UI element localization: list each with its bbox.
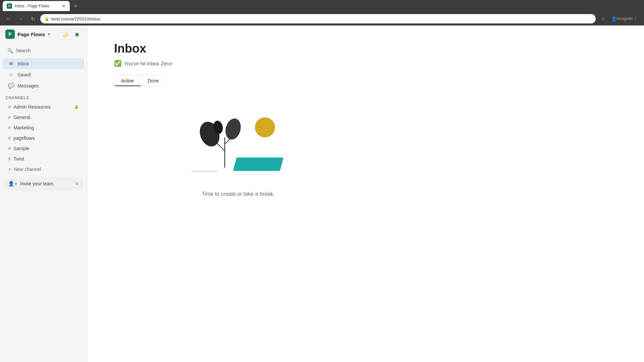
inbox-title: Inbox: [114, 42, 362, 56]
search-section: 🔍 Search: [0, 43, 87, 58]
invite-icon: 👤+: [8, 181, 17, 187]
channel-name-admin: Admin Resources: [13, 104, 71, 110]
nav-item-messages-label: Messages: [17, 83, 39, 88]
search-label: Search: [16, 48, 31, 53]
sidebar: P Page Flows ▾ 🌙 ▣ 🔍 Search ✉ Inbox: [0, 25, 87, 362]
workspace-selector[interactable]: P Page Flows ▾: [5, 29, 50, 39]
channel-name-pageflows: pageflows: [13, 135, 79, 141]
channel-admin-resources[interactable]: # Admin Resources 🔒: [3, 102, 84, 112]
messages-icon: 💬: [8, 83, 14, 89]
tab-favicon: P: [7, 3, 12, 9]
main-content: Inbox ✅ You've hit Inbox Zero! Active Do…: [87, 25, 644, 362]
channel-hash-icon: #: [8, 114, 11, 120]
inbox-tagline: Time to create or take a break.: [202, 191, 274, 197]
tab-close-button[interactable]: ✕: [62, 3, 66, 9]
nav-item-inbox[interactable]: ✉ Inbox: [3, 58, 84, 69]
channel-name-twist: Twist: [13, 156, 79, 162]
incognito-label: Incognito: [620, 14, 629, 23]
invite-team-banner: 👤+ Invite your team ✕: [4, 177, 83, 190]
teal-shape-decoration: [233, 158, 284, 171]
channels-section-header: Channels: [0, 92, 87, 102]
inbox-zero-illustration: [184, 111, 292, 178]
workspace-name: Page Flows: [17, 32, 45, 37]
channel-general[interactable]: # General: [3, 112, 84, 122]
channel-name-marketing: Marketing: [13, 125, 79, 130]
channel-hash-icon: #: [8, 135, 11, 141]
nav-item-inbox-label: Inbox: [17, 61, 29, 66]
lock-icon: 🔒: [44, 16, 49, 21]
browser-toolbar: ← → ↻ 🔒 twist.com/a/225310/inbox ☆ 👤 Inc…: [0, 12, 644, 25]
illustration-area: Time to create or take a break.: [114, 97, 362, 210]
workspace-avatar: P: [5, 29, 15, 39]
lock-icon-admin: 🔒: [74, 105, 79, 109]
search-button[interactable]: 🔍 Search: [4, 46, 83, 55]
inbox-zero-message: ✅ You've hit Inbox Zero!: [114, 60, 362, 67]
tab-active[interactable]: Active: [114, 75, 141, 86]
inbox-icon: ✉: [8, 61, 14, 67]
nav-items: ✉ Inbox ☆ Saved 💬 Messages: [0, 58, 87, 92]
theme-toggle-button[interactable]: 🌙: [60, 29, 69, 39]
reload-button[interactable]: ↻: [28, 14, 38, 23]
check-circle-icon: ✅: [114, 60, 121, 67]
new-tab-button[interactable]: +: [71, 1, 80, 11]
channel-name-sample: Sample: [13, 146, 79, 151]
search-icon: 🔍: [7, 48, 13, 53]
bookmark-button[interactable]: ☆: [598, 14, 608, 23]
channel-hash-icon: #: [8, 104, 11, 110]
channel-twist[interactable]: # Twist: [3, 154, 84, 164]
add-channel-icon: +: [8, 166, 11, 172]
app: P Page Flows ▾ 🌙 ▣ 🔍 Search ✉ Inbox: [0, 25, 644, 362]
channel-hash-icon: #: [8, 145, 11, 151]
menu-button[interactable]: ⋮: [631, 14, 640, 23]
browser-chrome: P Inbox - Page Flows ✕ + ← → ↻ 🔒 twist.c…: [0, 0, 644, 25]
inbox-zero-text: You've hit Inbox Zero!: [124, 61, 172, 66]
invite-close-button[interactable]: ✕: [75, 181, 79, 186]
new-channel-button[interactable]: + New channel: [3, 164, 84, 174]
address-bar[interactable]: 🔒 twist.com/a/225310/inbox: [40, 14, 596, 23]
new-channel-label: New channel: [14, 167, 41, 172]
gold-circle-decoration: [255, 117, 275, 137]
inbox-content: Inbox ✅ You've hit Inbox Zero! Active Do…: [87, 25, 389, 227]
channel-hash-icon: #: [8, 156, 11, 162]
forward-button[interactable]: →: [16, 14, 25, 23]
saved-icon: ☆: [8, 72, 14, 78]
sidebar-header: P Page Flows ▾ 🌙 ▣: [0, 25, 87, 43]
header-icons: 🌙 ▣: [60, 29, 82, 39]
channel-pageflows[interactable]: # pageflows: [3, 133, 84, 143]
nav-item-saved-label: Saved: [17, 72, 31, 77]
back-button[interactable]: ←: [4, 14, 13, 23]
workspace-chevron-icon: ▾: [48, 32, 50, 37]
toolbar-actions: ☆ 👤 Incognito ⋮: [598, 14, 640, 23]
address-text: twist.com/a/225310/inbox: [51, 16, 101, 21]
channel-sample[interactable]: # Sample: [3, 143, 84, 153]
channel-marketing[interactable]: # Marketing: [3, 123, 84, 132]
nav-item-saved[interactable]: ☆ Saved: [3, 69, 84, 80]
invite-text[interactable]: Invite your team: [20, 181, 72, 186]
nav-item-messages[interactable]: 💬 Messages: [3, 80, 84, 91]
svg-point-4: [223, 117, 243, 141]
base-line-decoration: [191, 171, 218, 172]
inbox-tab-bar: Active Done: [114, 75, 362, 86]
browser-tabs: P Inbox - Page Flows ✕ +: [0, 0, 644, 12]
tab-done[interactable]: Done: [141, 75, 166, 86]
layout-toggle-button[interactable]: ▣: [72, 29, 82, 39]
tab-title: Inbox - Page Flows: [15, 4, 59, 8]
active-tab[interactable]: P Inbox - Page Flows ✕: [3, 1, 70, 11]
channel-name-general: General: [13, 115, 79, 120]
channel-hash-icon: #: [8, 125, 11, 130]
